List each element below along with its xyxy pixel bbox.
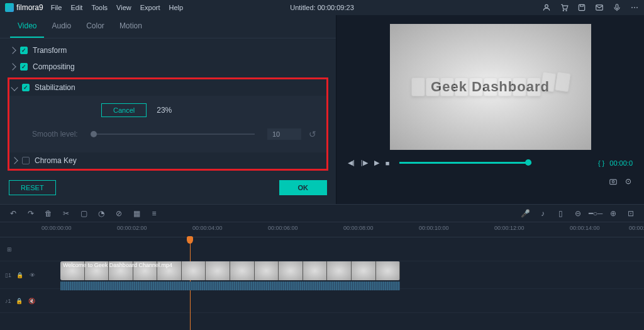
svg-point-7: [612, 181, 614, 183]
chroma-checkbox[interactable]: [22, 157, 30, 164]
timeline: ↶ ↷ 🗑 ✂ ▢ ◔ ⊘ ▦ ≡ 🎤 ♪ ▯ ⊖ ━○─ ⊕ ⊡ 00:00:…: [0, 204, 644, 330]
menu-view[interactable]: View: [116, 4, 131, 11]
preview-tools: ⊙: [336, 176, 644, 191]
ruler-mark: 00:00:14:00: [570, 225, 600, 231]
mic-icon[interactable]: 🎤: [521, 209, 530, 218]
crop-icon[interactable]: ▢: [79, 209, 88, 218]
stop-icon[interactable]: ■: [386, 159, 390, 167]
smooth-value[interactable]: 10: [267, 128, 301, 140]
playback-controls: ◀| |▶ ▶ ■ { } 00:00:0: [336, 150, 644, 176]
panel-body: Transform Compositing Stabilization Canc…: [0, 38, 336, 174]
ruler-mark: 00:00:08:00: [343, 225, 374, 231]
tab-video[interactable]: Video: [10, 15, 44, 38]
marker-icon[interactable]: ▯: [556, 209, 565, 218]
video-preview[interactable]: Geek Dashboard: [390, 24, 591, 150]
lock-icon[interactable]: 🔒: [15, 271, 24, 280]
playback-progress[interactable]: [399, 162, 531, 164]
smooth-level-row: Smooth level: 10 ↺: [32, 128, 316, 140]
section-compositing[interactable]: Compositing: [8, 59, 328, 75]
stabilization-highlight: Stabilization Cancel 23% Smooth level: 1…: [8, 77, 328, 171]
cancel-button[interactable]: Cancel: [101, 103, 147, 117]
prev-frame-icon[interactable]: ◀|: [348, 159, 355, 167]
properties-panel: Video Audio Color Motion Transform Compo…: [0, 15, 336, 204]
menu-edit[interactable]: Edit: [70, 4, 82, 11]
video-track[interactable]: ▯1 🔒 👁 Welcome to Geek Dashboard Channel…: [0, 261, 644, 289]
section-transform[interactable]: Transform: [8, 42, 328, 59]
mute-icon[interactable]: 🔇: [28, 297, 36, 305]
section-chroma-key[interactable]: Chroma Key: [9, 152, 326, 169]
ok-button[interactable]: OK: [279, 180, 328, 195]
eye-icon[interactable]: 👁: [28, 271, 36, 280]
account-icon[interactable]: [542, 3, 551, 12]
delete-icon[interactable]: 🗑: [44, 209, 53, 218]
cart-icon[interactable]: [560, 3, 569, 12]
svg-rect-3: [579, 4, 584, 10]
play-icon[interactable]: ▶: [374, 159, 379, 167]
green-icon[interactable]: ▦: [132, 209, 141, 218]
property-tabs: Video Audio Color Motion: [0, 15, 336, 38]
zoom-slider[interactable]: ━○─: [591, 209, 600, 218]
ruler-mark: 00:00:00:00: [42, 225, 72, 231]
color-icon[interactable]: ⊘: [114, 209, 123, 218]
save-icon[interactable]: [577, 3, 586, 12]
transform-checkbox[interactable]: [20, 47, 28, 54]
mic-icon[interactable]: [613, 3, 621, 12]
section-lens-correction[interactable]: Lens Correction: [8, 171, 328, 174]
tab-audio[interactable]: Audio: [44, 15, 79, 38]
snapshot-icon[interactable]: [609, 177, 618, 186]
smooth-slider[interactable]: [91, 134, 255, 135]
video-clip[interactable]: Welcome to Geek Dashboard Channel.mp4: [60, 261, 400, 280]
audio-track[interactable]: ♪1 🔒 🔇: [0, 289, 644, 313]
project-title: Untitled: 00:00:09:23: [290, 4, 354, 11]
preview-panel: Geek Dashboard ◀| |▶ ▶ ■ { } 00:00:0 ⊙: [336, 15, 644, 204]
stabilization-label: Stabilization: [35, 83, 75, 92]
ruler-mark: 00:00:1: [629, 225, 644, 231]
clip-label: Welcome to Geek Dashboard Channel.mp4: [63, 262, 172, 268]
zoom-out-icon[interactable]: ⊖: [574, 209, 582, 218]
compositing-checkbox[interactable]: [20, 63, 28, 71]
fit-icon[interactable]: ⊡: [626, 209, 635, 218]
undo-icon[interactable]: ↶: [9, 209, 18, 218]
svg-point-2: [566, 10, 567, 11]
split-icon[interactable]: ✂: [62, 209, 70, 218]
stabilization-checkbox[interactable]: [22, 84, 30, 91]
smooth-label: Smooth level:: [32, 130, 78, 139]
mixer-icon[interactable]: ♪: [538, 209, 547, 218]
ruler-mark: 00:00:04:00: [192, 225, 223, 231]
menu-help[interactable]: Help: [169, 4, 184, 11]
video-track-label: ▯1: [5, 272, 11, 278]
section-stabilization[interactable]: Stabilization: [9, 79, 326, 96]
chevron-right-icon: [9, 47, 16, 54]
ruler-mark: 00:00:02:00: [117, 225, 147, 231]
menu-tools[interactable]: Tools: [91, 4, 108, 11]
more-icon[interactable]: ⋯: [630, 3, 639, 12]
settings-icon[interactable]: ⊙: [624, 177, 633, 186]
svg-rect-5: [616, 4, 618, 9]
chevron-right-icon: [11, 157, 18, 164]
timeline-ruler[interactable]: 00:00:00:00 00:00:02:00 00:00:04:00 00:0…: [0, 222, 644, 237]
add-track-icon[interactable]: ⊞: [5, 245, 14, 254]
ruler-mark: 00:00:10:00: [419, 225, 449, 231]
slider-thumb[interactable]: [91, 131, 97, 137]
menu-file[interactable]: File: [51, 4, 62, 11]
ruler-mark: 00:00:12:00: [494, 225, 525, 231]
audio-track-label: ♪1: [5, 298, 11, 304]
reset-button[interactable]: RESET: [9, 180, 56, 195]
tab-color[interactable]: Color: [79, 15, 112, 38]
tab-motion[interactable]: Motion: [112, 15, 150, 38]
chroma-label: Chroma Key: [35, 156, 77, 165]
redo-icon[interactable]: ↷: [26, 209, 35, 218]
braces-icon[interactable]: { }: [598, 159, 604, 167]
stabilization-content: Cancel 23% Smooth level: 10 ↺: [9, 96, 326, 152]
adjust-icon[interactable]: ≡: [150, 209, 158, 218]
lock-icon[interactable]: 🔒: [15, 297, 24, 305]
next-frame-icon[interactable]: |▶: [361, 159, 368, 167]
preview-tiles: [411, 77, 570, 96]
svg-rect-6: [610, 179, 617, 185]
timeline-toolbar: ↶ ↷ 🗑 ✂ ▢ ◔ ⊘ ▦ ≡ 🎤 ♪ ▯ ⊖ ━○─ ⊕ ⊡: [0, 205, 644, 222]
message-icon[interactable]: [595, 3, 604, 12]
reset-smooth-icon[interactable]: ↺: [309, 129, 316, 139]
menu-export[interactable]: Export: [140, 4, 160, 11]
speed-icon[interactable]: ◔: [97, 209, 106, 218]
zoom-in-icon[interactable]: ⊕: [609, 209, 618, 218]
